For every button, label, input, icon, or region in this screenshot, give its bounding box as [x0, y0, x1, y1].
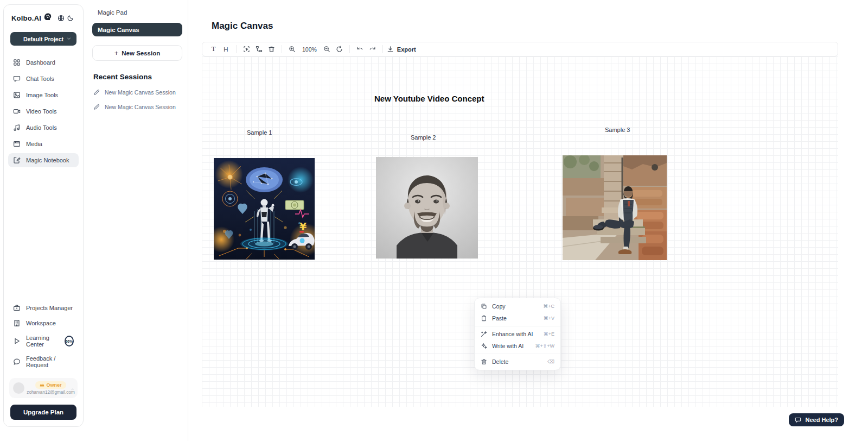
export-label: Export — [397, 46, 416, 53]
delete-tool-button[interactable] — [265, 44, 278, 54]
sidebar-item-audio-tools[interactable]: Audio Tools — [8, 121, 79, 135]
project-selector-label: Default Project — [23, 36, 63, 42]
sidebar-item-label: Video Tools — [26, 108, 56, 115]
paste-icon — [481, 315, 487, 322]
connector-tool-button[interactable] — [253, 44, 265, 54]
export-button[interactable]: Export — [387, 46, 416, 53]
sidebar-item-label: Audio Tools — [26, 124, 57, 131]
sample-2-image[interactable] — [376, 157, 478, 259]
user-email: zoharvan12@gmail.com — [27, 390, 74, 395]
session-list-item[interactable]: New Magic Canvas Session — [93, 89, 181, 96]
tab-magic-canvas[interactable]: Magic Canvas — [92, 23, 182, 36]
svg-text:¥: ¥ — [299, 220, 307, 232]
sidebar-item-projects-manager[interactable]: Projects Manager — [8, 301, 79, 315]
moon-icon[interactable] — [66, 13, 75, 23]
owner-badge-label: Owner — [46, 382, 61, 388]
undo-icon — [356, 46, 363, 53]
sidebar-item-dashboard[interactable]: Dashboard — [8, 55, 79, 70]
new-session-label: New Session — [122, 50, 160, 56]
context-menu: Copy ⌘+C Paste ⌘+V Enhance with AI ⌘+E W… — [474, 298, 561, 370]
context-menu-divider — [475, 354, 560, 354]
context-menu-paste[interactable]: Paste ⌘+V — [475, 312, 560, 324]
sidebar-bottom-nav: Projects Manager Workspace Learning Cent… — [8, 301, 79, 420]
rotate-reset-icon — [336, 46, 343, 53]
context-menu-enhance-with-ai[interactable]: Enhance with AI ⌘+E — [475, 328, 560, 340]
context-menu-write-with-ai[interactable]: Write with AI ⌘+⇧+W — [475, 340, 560, 352]
sidebar-item-learning-center[interactable]: Learning Center 66% — [8, 331, 79, 351]
heading-tool-button[interactable]: H — [220, 44, 232, 54]
canvas-surface[interactable]: New Youtube Video Concept Sample 1 Sampl… — [202, 56, 838, 407]
text-tool-glyph: T — [212, 45, 216, 53]
need-help-button[interactable]: Need Help? — [789, 413, 844, 426]
sample-1-label[interactable]: Sample 1 — [247, 129, 272, 136]
undo-button[interactable] — [354, 44, 366, 54]
sidebar-item-image-tools[interactable]: Image Tools — [8, 88, 79, 102]
main-area: Magic Canvas T H 100% Export New Youtube… — [188, 0, 868, 441]
zoom-in-button[interactable] — [286, 44, 298, 54]
learning-progress-badge: 66% — [65, 336, 74, 346]
context-menu-divider — [475, 326, 560, 326]
context-menu-delete[interactable]: Delete ⌫ — [475, 356, 560, 368]
sidebar-item-label: Media — [26, 141, 42, 147]
trash-icon — [268, 46, 275, 53]
user-profile-card[interactable]: Owner zoharvan12@gmail.com — [9, 378, 78, 398]
upgrade-plan-button[interactable]: Upgrade Plan — [10, 405, 76, 420]
sidebar-item-magic-notebook[interactable]: Magic Notebook — [8, 153, 79, 167]
canvas-toolbar: T H 100% Export — [202, 42, 838, 56]
reset-view-button[interactable] — [333, 44, 346, 54]
sidebar-item-workspace[interactable]: Workspace — [8, 316, 79, 330]
dashboard-icon — [13, 59, 21, 66]
context-menu-label: Delete — [492, 358, 508, 365]
globe-icon[interactable] — [56, 13, 66, 23]
text-tool-button[interactable]: T — [207, 44, 220, 54]
page-title: Magic Canvas — [212, 21, 273, 32]
sidebar-item-media[interactable]: Media — [8, 137, 79, 151]
sparkles-icon — [481, 343, 487, 349]
sidebar-nav: Dashboard Chat Tools Image Tools Video T… — [8, 55, 79, 167]
trash-icon — [481, 358, 487, 365]
sample-2-label[interactable]: Sample 2 — [411, 134, 436, 141]
sidebar-item-chat-tools[interactable]: Chat Tools — [8, 72, 79, 86]
session-list-item[interactable]: New Magic Canvas Session — [93, 104, 181, 110]
session-item-label: New Magic Canvas Session — [105, 89, 176, 96]
pencil-icon — [93, 104, 100, 110]
app-root: Kolbo.AI Default Project Dashboard — [0, 0, 868, 441]
redo-icon — [369, 46, 376, 53]
notebook-icon — [13, 156, 21, 164]
brain-icon — [43, 12, 52, 23]
copy-icon — [481, 303, 487, 310]
briefcase-icon — [13, 304, 21, 312]
tab-magic-pad[interactable]: Magic Pad — [93, 8, 181, 17]
recent-sessions-heading: Recent Sessions — [93, 73, 181, 81]
sidebar-item-video-tools[interactable]: Video Tools — [8, 104, 79, 118]
chevron-icon — [71, 383, 74, 393]
new-session-button[interactable]: + New Session — [92, 45, 182, 61]
select-tool-icon — [243, 46, 250, 53]
media-folder-icon — [13, 140, 21, 148]
shortcut-hint: ⌘+E — [544, 331, 554, 337]
music-note-icon — [13, 124, 21, 131]
sample-3-label[interactable]: Sample 3 — [605, 127, 630, 133]
avatar — [13, 382, 24, 394]
redo-button[interactable] — [366, 44, 379, 54]
project-selector[interactable]: Default Project — [10, 32, 76, 46]
zoom-out-icon — [323, 46, 330, 53]
sample-1-image[interactable]: ¥ — [214, 158, 315, 260]
canvas-heading-text[interactable]: New Youtube Video Concept — [374, 94, 484, 103]
toolbar-divider — [282, 45, 282, 53]
sidebar-item-feedback[interactable]: Feedback / Request — [8, 352, 79, 371]
help-chat-icon — [795, 417, 801, 423]
context-menu-copy[interactable]: Copy ⌘+C — [475, 300, 560, 312]
app-logo: Kolbo.AI — [11, 14, 41, 22]
magic-wand-icon — [481, 331, 487, 337]
pencil-icon — [93, 89, 100, 96]
zoom-out-button[interactable] — [321, 44, 333, 54]
shortcut-hint: ⌘+C — [543, 304, 554, 309]
select-tool-button[interactable] — [240, 44, 253, 54]
toolbar-divider — [236, 45, 237, 53]
shortcut-hint: ⌫ — [547, 359, 554, 364]
image-icon — [13, 91, 21, 99]
session-item-label: New Magic Canvas Session — [105, 104, 176, 110]
context-menu-label: Write with AI — [492, 343, 524, 349]
sample-3-image[interactable] — [563, 155, 667, 260]
